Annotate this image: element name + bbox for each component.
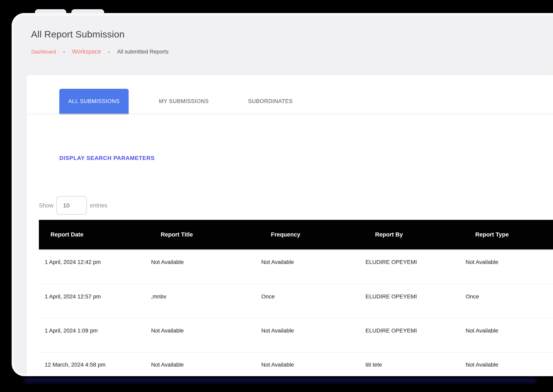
cell-report-date: 12 March, 2024 4:58 pm <box>39 352 149 376</box>
cell-report-date: 1 April, 2024 12:57 pm <box>39 284 149 318</box>
cell-report-date: 1 April, 2024 12:42 pm <box>39 250 149 284</box>
show-label: Show <box>39 202 54 209</box>
column-header-report-type[interactable]: Report Type <box>464 220 553 249</box>
cell-frequency: Once <box>259 284 363 318</box>
cell-report-date: 1 April, 2024 1:09 pm <box>39 318 149 352</box>
reports-table: Report Date Report Title Frequency Repor… <box>39 220 553 376</box>
column-header-report-date[interactable]: Report Date <box>39 220 149 249</box>
page-title: All Report Submission <box>31 29 125 40</box>
column-header-report-title[interactable]: Report Title <box>149 220 259 249</box>
cell-frequency: Not Available <box>259 318 363 352</box>
cell-report-type: Once <box>464 284 553 318</box>
window-reflection <box>24 378 537 383</box>
tab-my-submissions[interactable]: MY SUBMISSIONS <box>159 89 209 114</box>
cell-report-type: Not Available <box>464 250 553 284</box>
breadcrumb-separator: - <box>63 49 65 55</box>
tab-subordinates[interactable]: SUBORDINATES <box>248 89 293 114</box>
cell-frequency: Not Available <box>259 352 363 376</box>
breadcrumb-workspace[interactable]: Workspace <box>72 48 101 55</box>
cell-report-title: Not Available <box>149 250 259 284</box>
cell-report-type: Not Available <box>464 352 553 376</box>
column-header-report-by[interactable]: Report By <box>363 220 464 249</box>
entries-label: entries <box>90 202 107 209</box>
breadcrumb-current-page: All submitted Reports <box>117 49 169 55</box>
cell-report-by: ELUDIRE OPEYEMI <box>363 250 464 284</box>
app-window: All Report Submission Dashboard - Worksp… <box>12 13 553 376</box>
breadcrumb: Dashboard - Workspace - All submitted Re… <box>31 48 168 55</box>
cell-report-by: ELUDIRE OPEYEMI <box>363 318 464 352</box>
tab-all-submissions[interactable]: ALL SUBMISSIONS <box>59 89 129 114</box>
entries-count-select[interactable]: 10 <box>56 196 87 215</box>
cell-report-type: Not Available <box>464 318 553 352</box>
cell-frequency: Not Available <box>259 250 363 284</box>
tab-divider <box>27 114 553 114</box>
display-search-parameters-link[interactable]: DISPLAY SEARCH PARAMETERS <box>59 155 155 161</box>
table-row[interactable]: 1 April, 2024 1:09 pm Not Available Not … <box>39 318 553 352</box>
content-card: ALL SUBMISSIONS MY SUBMISSIONS SUBORDINA… <box>27 75 553 376</box>
table-row[interactable]: 1 April, 2024 12:42 pm Not Available Not… <box>39 250 553 284</box>
cell-report-by: titi tete <box>363 352 464 376</box>
cell-report-by: ELUDIRE OPEYEMI <box>363 284 464 318</box>
breadcrumb-separator: - <box>108 49 110 55</box>
screen: All Report Submission Dashboard - Worksp… <box>0 0 553 392</box>
entries-control: Show 10 entries <box>39 196 107 215</box>
tab-bar: ALL SUBMISSIONS MY SUBMISSIONS SUBORDINA… <box>27 75 553 114</box>
column-header-frequency[interactable]: Frequency <box>259 220 363 249</box>
table-header-row: Report Date Report Title Frequency Repor… <box>39 220 553 250</box>
cell-report-title: Not Available <box>149 318 259 352</box>
breadcrumb-dashboard[interactable]: Dashboard <box>31 49 56 55</box>
table-row[interactable]: 12 March, 2024 4:58 pm Not Available Not… <box>39 352 553 376</box>
table-row[interactable]: 1 April, 2024 12:57 pm ,mnbv Once ELUDIR… <box>39 284 553 318</box>
cell-report-title: ,mnbv <box>149 284 259 318</box>
cell-report-title: Not Available <box>149 352 259 376</box>
